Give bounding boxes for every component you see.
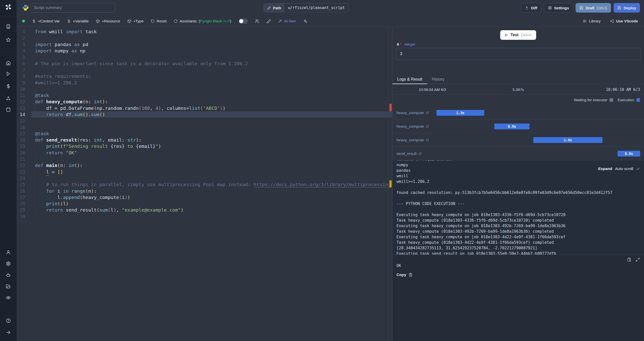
python-language-icon [22,4,29,12]
code-line[interactable]: 21 [17,156,392,162]
diff-icon [525,6,529,10]
run-times-row: 10:06:04 AM 6/3 5.397s 10:06:10 AM 6/3 [392,84,644,95]
settings-gear-icon[interactable] [6,261,11,266]
code-line[interactable]: 11@task [17,92,392,98]
task-link-send_result[interactable]: send_result [396,151,422,156]
result-section: OK Copy [392,255,644,341]
expand-sidebar-arrow-icon[interactable] [6,330,11,335]
line-number: 8 [17,74,25,79]
code-line[interactable]: 30 [17,213,392,220]
code-line[interactable]: 12def heavy_compute(n: int): [17,98,392,105]
code-line[interactable]: 6# The pin is important since task is a … [17,60,392,66]
code-line[interactable]: 10 [17,86,392,92]
sparkles-icon[interactable] [303,19,307,23]
add-context-var-button[interactable]: +Context Var [32,19,60,23]
code-line[interactable]: 27 l.append(heavy_compute(i)) [17,194,392,200]
line-number: 17 [17,131,25,136]
test-button[interactable]: Test Ctrl+↵ [500,30,536,40]
code-line[interactable]: 2 [17,35,392,41]
variables-dollar-icon[interactable] [6,84,11,89]
add-type-button[interactable]: +Type [127,19,144,23]
line-number: 21 [17,156,25,162]
sidebar [0,0,17,341]
code-line[interactable]: 16 [17,124,392,130]
windmill-logo-icon[interactable] [5,4,12,12]
workers-bot-icon[interactable] [6,272,11,278]
code-line[interactable]: 29 return send_result(sum(l), "example@e… [17,207,392,213]
execution-bar[interactable]: 1.9s [533,137,602,143]
line-number: 28 [17,201,25,206]
favorites-star-icon[interactable] [6,37,11,42]
code-line[interactable]: 25 # to run things in parallel, simply u… [17,181,392,188]
line-number: 20 [17,150,25,155]
maximize-result-icon[interactable] [635,257,640,262]
add-resource-button[interactable]: +Resource [96,19,120,23]
code-line[interactable]: 17@task [17,130,392,137]
execution-bar[interactable]: 0.9s [494,123,530,129]
pencil-icon [267,6,271,10]
code-editor[interactable]: 1from wmill import task23import pandas a… [17,27,392,341]
log-viewer[interactable]: content of requirements:numpypandaswmill… [392,160,644,255]
ai-gen-button[interactable]: AI Gen [278,19,296,23]
script-summary-input[interactable] [30,3,115,13]
code-line[interactable]: 22def main(n: int): [17,162,392,168]
user-icon[interactable] [6,250,11,255]
code-line[interactable]: 26 for i in range(n): [17,188,392,194]
folders-icon[interactable] [6,284,11,289]
schedules-calendar-icon[interactable] [6,107,11,112]
code-line[interactable]: 9#wmill>=1.286.2 [17,79,392,86]
code-line[interactable]: 8#extra_requirements: [17,73,392,79]
script-path-button[interactable]: Path u/rfiszel/pleasant_script [264,3,348,12]
code-line[interactable]: 19 print(f"Sending result {res} to {emai… [17,143,392,149]
workspace-building-icon[interactable] [6,24,11,29]
overview-ruler[interactable] [388,27,392,341]
multiplayer-users-icon[interactable] [255,19,259,23]
add-variable-button[interactable]: +Variable [67,19,89,23]
external-link-icon [418,152,422,155]
copy-result-clipboard-icon[interactable] [627,257,631,262]
line-number: 24 [17,176,25,181]
code-line[interactable]: 7 [17,67,392,73]
code-line[interactable]: 15 [17,118,392,124]
tab-logs-result[interactable]: Logs & Result [392,75,427,84]
library-button[interactable]: Library [583,19,600,23]
task-link-heavy_compute[interactable]: heavy_compute [396,138,429,142]
draft-button[interactable]: Draft Ctrl+S [576,3,611,13]
runs-play-icon[interactable] [6,71,11,76]
code-line[interactable]: 24 [17,175,392,181]
code-line[interactable]: 13 df = pd.DataFrame(np.random.randn(100… [17,105,392,111]
copy-button[interactable]: Copy [396,272,413,277]
code-line[interactable]: 5 [17,54,392,60]
diff-button[interactable]: Diff [521,3,541,13]
deploy-button[interactable]: Deploy [614,3,640,13]
help-question-icon[interactable] [6,318,11,323]
tab-history[interactable]: History [427,75,449,84]
code-line[interactable]: 23 l = [] [17,169,392,175]
argument-n-input[interactable] [396,48,641,60]
execution-bar[interactable]: 0.8s [618,151,640,156]
assistants-status[interactable]: Assistants (Pyright Black Ruff) [174,19,231,23]
code-line[interactable]: 14 return df.sum().sum() [17,111,392,118]
result-tabs: Logs & ResultHistory [392,75,644,84]
code-line[interactable]: 4import numpy as np [17,48,392,54]
task-link-heavy_compute[interactable]: heavy_compute [396,124,429,129]
task-link-heavy_compute[interactable]: heavy_compute [396,111,429,115]
home-icon[interactable] [6,60,11,65]
collaboration-toggle[interactable] [239,19,248,24]
check-icon[interactable] [636,167,640,171]
code-line[interactable]: 18def send_result(res: int, email: str): [17,137,392,143]
audit-eye-icon[interactable] [6,295,11,300]
code-line[interactable]: 3import pandas as pd [17,41,392,48]
resources-boxes-icon[interactable] [6,96,11,101]
code-line[interactable]: 28 print(l) [17,200,392,207]
expand-log-button[interactable]: Expand [598,166,612,171]
code-line[interactable]: 1from wmill import task [17,28,392,35]
settings-button[interactable]: Settings [544,3,573,13]
task-timeline: heavy_compute1.3sheavy_compute0.9sheavy_… [392,106,644,160]
execution-bar[interactable]: 1.3s [436,110,484,116]
format-brush-icon[interactable] [266,19,271,23]
reset-button[interactable]: Reset [151,19,167,23]
use-vscode-button[interactable]: Use VScode [610,19,638,23]
code-line[interactable]: 20 return "OK" [17,150,392,156]
argument-label: n * integer [397,42,416,47]
